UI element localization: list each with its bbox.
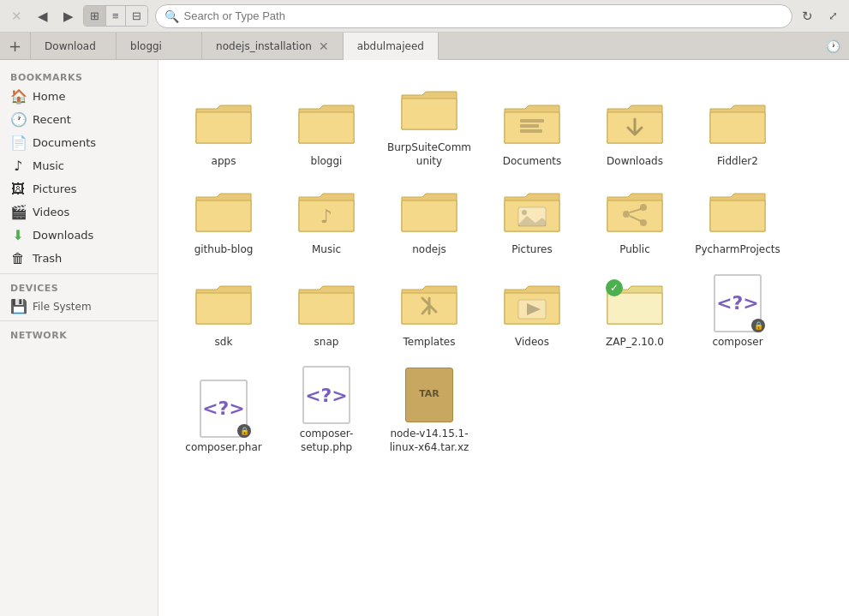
- documents-icon: 📄: [10, 135, 26, 151]
- file-icon: <?> 🔒: [712, 274, 763, 332]
- file-item-github-blog[interactable]: github-blog: [172, 176, 275, 265]
- sidebar: Bookmarks 🏠 Home 🕐 Recent 📄 Documents ♪ …: [0, 60, 158, 616]
- videos-icon: 🎬: [10, 204, 26, 220]
- svg-rect-1: [520, 124, 539, 128]
- folder-icon: [501, 97, 563, 152]
- file-item-zap[interactable]: ✓ ZAP_2.10.0: [583, 265, 686, 357]
- compact-view-button[interactable]: ⊟: [126, 6, 147, 26]
- home-icon: 🏠: [10, 88, 26, 105]
- file-label: Downloads: [607, 155, 663, 169]
- file-item-public[interactable]: Public: [583, 176, 686, 265]
- tab-label: abdulmajeed: [357, 40, 424, 52]
- main-layout: Bookmarks 🏠 Home 🕐 Recent 📄 Documents ♪ …: [0, 60, 849, 616]
- svg-point-5: [522, 210, 527, 215]
- file-item-downloads[interactable]: Downloads: [583, 74, 686, 176]
- folder-icon: ✓: [604, 278, 666, 332]
- sidebar-item-label: Home: [33, 90, 65, 103]
- pictures-icon: 🖼: [10, 181, 26, 197]
- file-item-music[interactable]: ♪ Music: [275, 176, 378, 265]
- file-label: composer: [712, 336, 762, 350]
- new-tab-button[interactable]: +: [0, 33, 31, 59]
- file-icon: TAR: [404, 366, 455, 424]
- folder-icon: [501, 185, 563, 240]
- file-item-snap[interactable]: snap: [275, 265, 378, 357]
- folder-icon: [398, 278, 460, 332]
- icon-view-button[interactable]: ⊞: [84, 6, 106, 26]
- tab-bar: + Download bloggi nodejs_installation ✕ …: [0, 33, 849, 60]
- sidebar-item-label: Videos: [33, 206, 69, 218]
- file-label: BurpSuiteCommunity: [386, 141, 472, 168]
- file-label: nodejs: [412, 243, 446, 257]
- reload-button[interactable]: ↻: [796, 5, 819, 27]
- sidebar-item-pictures[interactable]: 🖼 Pictures: [0, 177, 158, 200]
- tab-download[interactable]: Download: [31, 33, 117, 59]
- svg-rect-0: [520, 119, 544, 123]
- file-item-pictures[interactable]: Pictures: [481, 176, 583, 265]
- file-item-videos[interactable]: Videos: [481, 265, 583, 357]
- back-button[interactable]: ◀: [32, 5, 54, 27]
- close-tab-icon[interactable]: ✕: [319, 40, 329, 52]
- file-grid: apps bloggi: [172, 74, 835, 463]
- file-item-composer-setup[interactable]: <?> composer-setup.php: [275, 356, 378, 462]
- trash-icon: 🗑: [10, 250, 26, 266]
- file-label: Documents: [503, 155, 561, 169]
- list-view-button[interactable]: ≡: [106, 6, 126, 26]
- sidebar-item-documents[interactable]: 📄 Documents: [0, 131, 158, 154]
- tab-bloggi[interactable]: bloggi: [117, 33, 202, 59]
- file-item-node-v14[interactable]: TAR node-v14.15.1-linux-x64.tar.xz: [378, 356, 481, 462]
- filesystem-icon: 💾: [10, 298, 26, 314]
- search-icon: 🔍: [164, 9, 179, 23]
- tab-label: Download: [45, 40, 96, 52]
- file-area: apps bloggi: [158, 60, 849, 616]
- file-item-bloggi[interactable]: bloggi: [275, 74, 378, 176]
- folder-icon: [296, 278, 357, 332]
- file-item-composer-phar[interactable]: <?> 🔒 composer.phar: [172, 356, 275, 462]
- music-icon: ♪: [10, 158, 26, 174]
- file-label: Public: [619, 243, 650, 257]
- file-item-sdk[interactable]: sdk: [172, 265, 275, 357]
- sidebar-item-label: Downloads: [33, 229, 93, 242]
- sidebar-item-home[interactable]: 🏠 Home: [0, 85, 158, 108]
- network-section-label: Network: [0, 325, 158, 343]
- file-item-pycharmprojects[interactable]: PycharmProjects: [686, 176, 789, 265]
- tab-history-button[interactable]: 🕐: [817, 33, 849, 59]
- svg-rect-2: [520, 129, 542, 133]
- file-item-burpsuite[interactable]: BurpSuiteCommunity: [378, 74, 481, 176]
- sidebar-item-music[interactable]: ♪ Music: [0, 154, 158, 177]
- svg-text:♪: ♪: [320, 206, 332, 227]
- sidebar-item-filesystem[interactable]: 💾 File System: [0, 296, 158, 317]
- file-label: snap: [314, 336, 339, 350]
- sidebar-item-videos[interactable]: 🎬 Videos: [0, 200, 158, 224]
- search-input[interactable]: [184, 9, 783, 22]
- check-badge: ✓: [606, 279, 623, 296]
- sidebar-item-label: Music: [33, 159, 64, 172]
- file-icon: <?>: [301, 366, 352, 424]
- file-item-templates[interactable]: Templates: [378, 265, 481, 357]
- devices-section-label: Devices: [0, 278, 158, 296]
- sidebar-item-recent[interactable]: 🕐 Recent: [0, 108, 158, 131]
- folder-icon: [193, 97, 254, 152]
- file-item-documents[interactable]: Documents: [481, 74, 583, 176]
- svg-point-6: [623, 211, 630, 218]
- sidebar-divider-2: [0, 320, 158, 321]
- sidebar-divider: [0, 273, 158, 274]
- sidebar-item-trash[interactable]: 🗑 Trash: [0, 247, 158, 270]
- file-label: composer-setup.php: [284, 428, 369, 454]
- file-item-apps[interactable]: apps: [172, 74, 275, 176]
- file-item-fiddler2[interactable]: Fiddler2: [686, 74, 789, 176]
- file-label: github-blog: [194, 243, 254, 257]
- folder-icon: [296, 97, 357, 152]
- tab-abdulmajeed[interactable]: abdulmajeed: [344, 33, 439, 60]
- file-label: ZAP_2.10.0: [606, 336, 664, 350]
- tab-nodejs-installation[interactable]: nodejs_installation ✕: [202, 33, 344, 59]
- close-button[interactable]: ✕: [5, 5, 28, 27]
- folder-icon: [604, 97, 666, 152]
- folder-icon: [193, 185, 254, 240]
- forward-button[interactable]: ▶: [57, 5, 80, 27]
- sidebar-item-downloads[interactable]: ⬇ Downloads: [0, 224, 158, 247]
- file-item-composer[interactable]: <?> 🔒 composer: [686, 265, 789, 357]
- file-label: node-v14.15.1-linux-x64.tar.xz: [386, 428, 472, 454]
- expand-button[interactable]: ⤢: [822, 6, 844, 26]
- folder-icon: [604, 185, 666, 240]
- file-item-nodejs[interactable]: nodejs: [378, 176, 481, 265]
